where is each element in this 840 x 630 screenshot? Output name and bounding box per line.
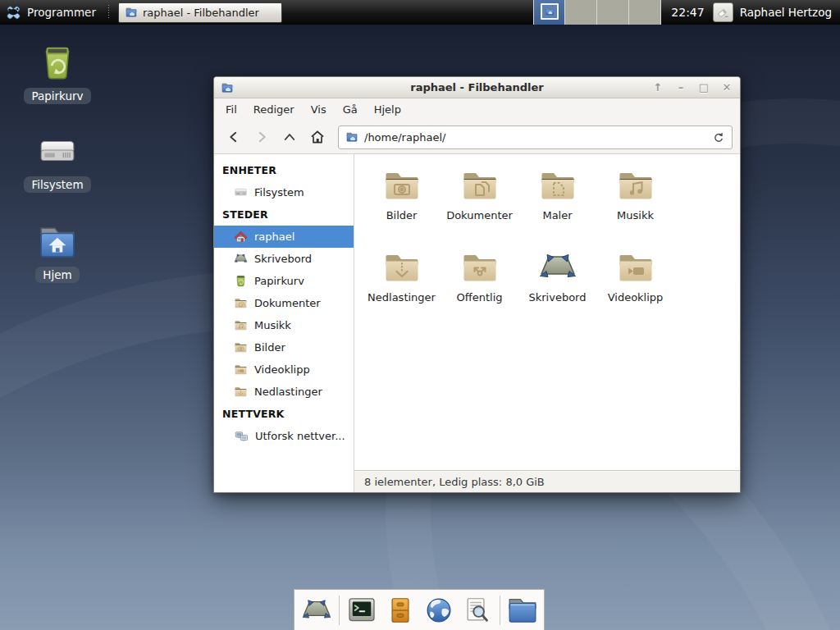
file-manager-icon — [545, 7, 555, 16]
top-panel: Programmer raphael - Filbehandler 22:47 … — [0, 0, 840, 25]
window-titlebar[interactable]: raphael - Filbehandler ↑ – □ ✕ — [214, 77, 740, 98]
file-item-label: Bilder — [386, 209, 418, 221]
sidebar-item-label: Papirkurv — [254, 275, 304, 287]
desktop-icon-label: Papirkurv — [24, 88, 90, 104]
network-icon — [234, 429, 249, 444]
menu-rediger[interactable]: Rediger — [245, 100, 303, 119]
sidebar-item-skrivebord[interactable]: Skrivebord — [214, 248, 354, 270]
app-search-launcher[interactable] — [461, 594, 494, 627]
desktop-icon-trash[interactable]: Papirkurv — [15, 43, 100, 104]
dock-separator — [339, 596, 340, 625]
web-browser-icon — [423, 595, 454, 626]
sidebar-header-places: STEDER — [214, 203, 354, 226]
drive-icon — [234, 185, 248, 199]
panel-separator — [107, 5, 111, 20]
file-item-skrivebord[interactable]: Skrivebord — [518, 248, 596, 330]
session-action-button[interactable] — [713, 2, 733, 22]
sidebar-item-filesystem[interactable]: Filsystem — [214, 181, 354, 203]
status-bar: 8 ielementer, Ledig plass: 8,0 GiB — [354, 470, 740, 492]
file-cabinet-launcher[interactable] — [384, 594, 417, 627]
folder-videos-icon — [616, 248, 655, 287]
file-item-videoklipp[interactable]: Videoklipp — [596, 248, 674, 330]
dock-separator — [500, 596, 500, 625]
sidebar-item-label: Skrivebord — [254, 253, 312, 265]
show-desktop-icon — [301, 595, 332, 626]
menu-vis[interactable]: Vis — [303, 100, 335, 119]
desktop-icon-filesystem[interactable]: Filsystem — [15, 131, 100, 193]
eraser-icon — [715, 5, 731, 21]
workspace-2[interactable] — [565, 0, 597, 25]
menu-fil[interactable]: Fil — [217, 100, 245, 119]
minimize-button[interactable]: – — [674, 81, 687, 94]
file-item-label: Maler — [542, 209, 572, 221]
folder-music-icon — [234, 318, 248, 332]
web-browser-launcher[interactable] — [422, 594, 455, 627]
workspace-4[interactable] — [629, 0, 661, 25]
sidebar-item-papirkurv[interactable]: Papirkurv — [214, 270, 354, 292]
desktop-icon — [538, 248, 578, 287]
desktop-icon-home[interactable]: Hjem — [15, 221, 100, 283]
folder-pictures-icon — [234, 340, 248, 354]
sidebar-header-devices: ENHETER — [214, 159, 354, 181]
sidebar-item-musikk[interactable]: Musikk — [214, 314, 354, 336]
close-button[interactable]: ✕ — [720, 81, 733, 94]
sidebar-item-nedlastinger[interactable]: Nedlastinger — [214, 381, 354, 403]
sidebar-item-bilder[interactable]: Bilder — [214, 336, 354, 358]
back-button[interactable] — [221, 126, 246, 148]
forward-button[interactable] — [249, 126, 274, 148]
path-text: /home/raphael/ — [364, 131, 445, 144]
applications-menu-label: Programmer — [27, 6, 96, 19]
sidebar-item-network[interactable]: Utforsk nettver... — [214, 425, 354, 447]
trash-icon — [234, 274, 248, 288]
sidebar-item-raphael[interactable]: raphael — [214, 226, 354, 248]
folder-icon — [506, 594, 539, 627]
menu-bar: Fil Rediger Vis Gå Hjelp — [214, 98, 740, 121]
folder-share-icon — [460, 248, 500, 287]
menu-hjelp[interactable]: Hjelp — [366, 100, 409, 119]
file-item-maler[interactable]: Maler — [518, 166, 596, 248]
sidebar: ENHETER Filsystem STEDER raphael Skriveb… — [214, 154, 354, 492]
back-icon — [226, 130, 241, 144]
shade-button[interactable]: ↑ — [651, 81, 664, 94]
sidebar-item-label: Bilder — [254, 341, 285, 354]
show-desktop-button[interactable] — [300, 594, 333, 627]
path-field[interactable]: /home/raphael/ — [338, 126, 733, 149]
folder-music-icon — [616, 166, 655, 205]
toolbar: /home/raphael/ — [214, 121, 740, 154]
file-item-label: Musikk — [617, 209, 654, 221]
sidebar-item-label: Musikk — [254, 319, 291, 331]
home-button[interactable] — [305, 126, 330, 148]
terminal-launcher[interactable] — [345, 594, 378, 627]
file-manager-window: raphael - Filbehandler ↑ – □ ✕ Fil Redig… — [213, 76, 741, 493]
workspace-1[interactable] — [533, 0, 565, 25]
file-item-musikk[interactable]: Musikk — [596, 166, 674, 248]
maximize-button[interactable]: □ — [697, 81, 710, 94]
file-item-nedlastinger[interactable]: Nedlastinger — [363, 248, 441, 330]
reload-icon[interactable] — [712, 130, 725, 144]
menu-ga[interactable]: Gå — [335, 100, 366, 119]
sidebar-item-label: Filsystem — [254, 186, 304, 199]
file-item-dokumenter[interactable]: Dokumenter — [441, 166, 518, 248]
file-manager-launcher[interactable] — [506, 594, 539, 627]
workspace-3[interactable] — [597, 0, 629, 25]
file-item-offentlig[interactable]: Offentlig — [441, 248, 518, 330]
sidebar-item-videoklipp[interactable]: Videoklipp — [214, 358, 354, 381]
desktop-icon-label: Filsystem — [24, 176, 90, 193]
home-folder-icon — [37, 221, 78, 262]
applications-menu-button[interactable]: Programmer — [0, 0, 104, 25]
file-cabinet-icon — [385, 595, 416, 626]
folder-pictures-icon — [382, 166, 422, 205]
user-name-label[interactable]: Raphael Hertzog — [740, 6, 832, 19]
forward-icon — [254, 130, 269, 144]
folder-documents-icon — [234, 296, 248, 310]
sidebar-item-dokumenter[interactable]: Dokumenter — [214, 292, 354, 314]
window-icon — [221, 81, 234, 94]
file-view[interactable]: Bilder Dokumenter Maler Musikk Nedlastin… — [354, 154, 740, 492]
taskbar-window-button[interactable]: raphael - Filbehandler — [118, 2, 282, 23]
folder-downloads-icon — [382, 248, 422, 287]
up-button[interactable] — [277, 126, 302, 148]
sidebar-item-label: Utforsk nettver... — [255, 430, 345, 442]
terminal-icon — [345, 594, 378, 627]
home-icon — [234, 230, 248, 244]
file-item-bilder[interactable]: Bilder — [363, 166, 441, 248]
